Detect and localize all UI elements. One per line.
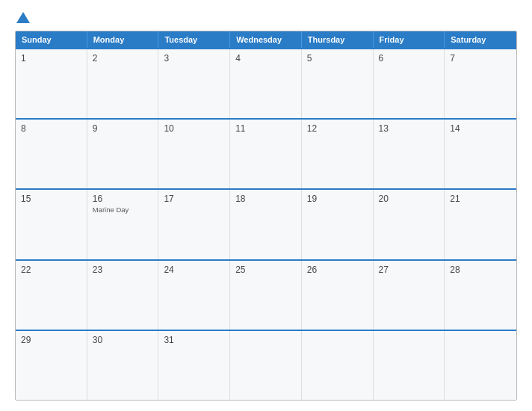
calendar-day-cell: 16Marine Day <box>87 190 159 259</box>
calendar-day-cell: 19 <box>302 190 374 259</box>
calendar-day-header: Thursday <box>302 31 374 48</box>
day-number: 7 <box>450 53 511 64</box>
day-number: 5 <box>307 53 368 64</box>
calendar-day-header: Friday <box>374 31 445 48</box>
calendar-page: SundayMondayTuesdayWednesdayThursdayFrid… <box>0 0 532 411</box>
calendar-week-row: 1234567 <box>16 48 516 118</box>
calendar-day-cell: 5 <box>302 49 374 118</box>
calendar-header: SundayMondayTuesdayWednesdayThursdayFrid… <box>16 31 516 48</box>
calendar-day-cell <box>445 331 516 400</box>
calendar-day-cell: 20 <box>374 190 445 259</box>
calendar-day-cell: 25 <box>230 261 302 330</box>
day-number: 25 <box>235 265 296 275</box>
calendar-day-cell: 7 <box>445 49 516 118</box>
calendar-day-cell <box>230 331 302 400</box>
calendar-day-header: Saturday <box>445 31 516 48</box>
day-number: 24 <box>164 265 224 275</box>
calendar-day-cell: 28 <box>445 261 516 330</box>
calendar-day-cell <box>302 331 374 400</box>
calendar-day-cell: 15 <box>16 190 87 259</box>
calendar-day-cell: 6 <box>374 49 445 118</box>
calendar-day-cell <box>374 331 445 400</box>
day-number: 30 <box>93 335 153 345</box>
day-number: 1 <box>21 53 81 64</box>
calendar-day-cell: 21 <box>445 190 516 259</box>
day-number: 3 <box>164 53 224 64</box>
calendar-grid: SundayMondayTuesdayWednesdayThursdayFrid… <box>15 31 517 401</box>
calendar-day-cell: 23 <box>87 261 159 330</box>
day-number: 6 <box>379 53 439 64</box>
calendar-day-cell: 14 <box>445 120 516 188</box>
calendar-day-header: Sunday <box>16 31 87 48</box>
day-number: 12 <box>307 123 368 134</box>
calendar-day-cell: 17 <box>158 190 230 259</box>
calendar-day-cell: 4 <box>230 49 302 118</box>
day-number: 27 <box>379 265 439 275</box>
calendar-day-cell: 9 <box>87 120 159 188</box>
logo <box>15 13 33 23</box>
day-number: 8 <box>21 123 81 134</box>
calendar-day-header: Wednesday <box>230 31 302 48</box>
day-number: 11 <box>235 123 296 134</box>
calendar-day-cell: 3 <box>158 49 230 118</box>
day-number: 23 <box>93 265 153 275</box>
day-number: 2 <box>93 53 153 64</box>
day-number: 16 <box>93 194 153 204</box>
calendar-day-cell: 24 <box>158 261 230 330</box>
calendar-week-row: 293031 <box>16 330 516 400</box>
calendar-day-cell: 1 <box>16 49 87 118</box>
calendar-day-cell: 12 <box>302 120 374 188</box>
day-number: 4 <box>235 53 296 64</box>
calendar-day-header: Tuesday <box>158 31 230 48</box>
day-number: 22 <box>21 265 81 275</box>
day-number: 26 <box>307 265 368 275</box>
day-number: 20 <box>379 194 439 204</box>
day-number: 17 <box>164 194 224 204</box>
calendar-day-cell: 22 <box>16 261 87 330</box>
calendar-day-header: Monday <box>87 31 159 48</box>
day-number: 19 <box>307 194 368 204</box>
calendar-day-cell: 31 <box>158 331 230 400</box>
calendar-day-cell: 27 <box>374 261 445 330</box>
holiday-label: Marine Day <box>93 206 153 214</box>
calendar-day-cell: 18 <box>230 190 302 259</box>
day-number: 29 <box>21 335 81 345</box>
calendar-week-row: 891011121314 <box>16 118 516 188</box>
page-header <box>15 13 517 23</box>
calendar-day-cell: 10 <box>158 120 230 188</box>
calendar-day-cell: 26 <box>302 261 374 330</box>
day-number: 10 <box>164 123 224 134</box>
day-number: 18 <box>235 194 296 204</box>
day-number: 13 <box>379 123 439 134</box>
day-number: 14 <box>450 123 511 134</box>
day-number: 21 <box>450 194 511 204</box>
day-number: 28 <box>450 265 511 275</box>
calendar-day-cell: 2 <box>87 49 159 118</box>
day-number: 31 <box>164 335 224 345</box>
calendar-day-cell: 8 <box>16 120 87 188</box>
calendar-day-cell: 13 <box>374 120 445 188</box>
logo-triangle-icon <box>16 12 30 23</box>
calendar-week-row: 22232425262728 <box>16 259 516 330</box>
calendar-body: 12345678910111213141516Marine Day1718192… <box>16 48 516 400</box>
day-number: 15 <box>21 194 81 204</box>
calendar-day-cell: 11 <box>230 120 302 188</box>
calendar-week-row: 1516Marine Day1718192021 <box>16 188 516 259</box>
day-number: 9 <box>93 123 153 134</box>
calendar-day-cell: 29 <box>16 331 87 400</box>
calendar-day-cell: 30 <box>87 331 159 400</box>
